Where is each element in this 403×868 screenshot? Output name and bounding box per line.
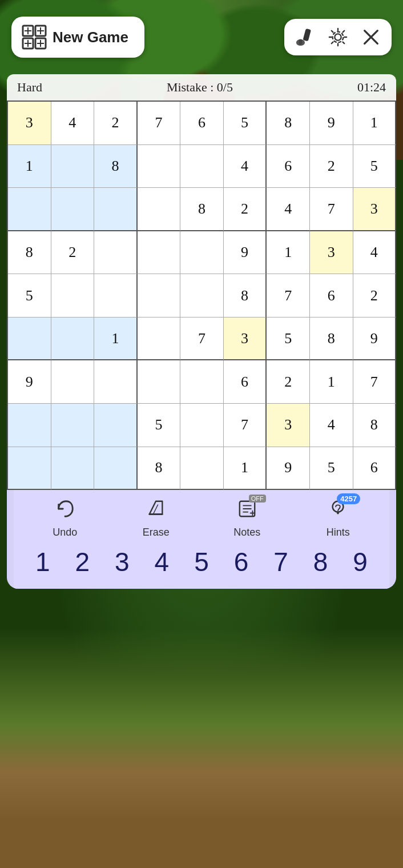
cell-r5-c0[interactable]: [8, 318, 51, 361]
cell-r0-c2[interactable]: 2: [94, 102, 138, 145]
cell-r5-c3[interactable]: [138, 318, 181, 361]
cell-r4-c1[interactable]: [51, 274, 95, 318]
cell-r6-c6[interactable]: 2: [267, 360, 310, 404]
cell-r3-c8[interactable]: 4: [353, 231, 397, 275]
erase-button[interactable]: Erase: [133, 499, 179, 539]
cell-r1-c1[interactable]: [51, 145, 95, 188]
cell-r8-c5[interactable]: 1: [224, 447, 267, 491]
cell-r0-c1[interactable]: 4: [51, 102, 95, 145]
cell-r8-c2[interactable]: [94, 447, 138, 491]
cell-r5-c4[interactable]: 7: [180, 318, 224, 361]
cell-r1-c8[interactable]: 5: [353, 145, 397, 188]
cell-r7-c7[interactable]: 4: [310, 404, 353, 447]
cell-r7-c4[interactable]: [180, 404, 224, 447]
cell-r7-c1[interactable]: [51, 404, 95, 447]
cell-r7-c0[interactable]: [8, 404, 51, 447]
cell-r7-c8[interactable]: 8: [353, 404, 397, 447]
cell-r3-c1[interactable]: 2: [51, 231, 95, 275]
cell-r1-c5[interactable]: 4: [224, 145, 267, 188]
numpad-6[interactable]: 6: [224, 546, 259, 577]
cell-r7-c3[interactable]: 5: [138, 404, 181, 447]
cell-r4-c0[interactable]: 5: [8, 274, 51, 318]
cell-r4-c5[interactable]: 8: [224, 274, 267, 318]
cell-r3-c4[interactable]: [180, 231, 224, 275]
cell-r4-c6[interactable]: 7: [267, 274, 310, 318]
numpad-8[interactable]: 8: [304, 546, 338, 577]
sudoku-grid[interactable]: 3427658911846258247382913458762173589962…: [7, 101, 396, 490]
cell-r1-c7[interactable]: 2: [310, 145, 353, 188]
brush-button[interactable]: [293, 26, 316, 49]
cell-r4-c3[interactable]: [138, 274, 181, 318]
numpad-4[interactable]: 4: [144, 546, 179, 577]
cell-r3-c0[interactable]: 8: [8, 231, 51, 275]
cell-r0-c4[interactable]: 6: [180, 102, 224, 145]
cell-r7-c6[interactable]: 3: [267, 404, 310, 447]
cell-r0-c8[interactable]: 1: [353, 102, 397, 145]
cell-r8-c6[interactable]: 9: [267, 447, 310, 491]
cell-r8-c8[interactable]: 6: [353, 447, 397, 491]
cell-r5-c2[interactable]: 1: [94, 318, 138, 361]
cell-r6-c0[interactable]: 9: [8, 360, 51, 404]
cell-r1-c2[interactable]: 8: [94, 145, 138, 188]
cell-r7-c2[interactable]: [94, 404, 138, 447]
cell-r4-c4[interactable]: [180, 274, 224, 318]
cell-r4-c8[interactable]: 2: [353, 274, 397, 318]
mistake-counter: Mistake : 0/5: [167, 80, 233, 95]
cell-r3-c5[interactable]: 9: [224, 231, 267, 275]
notes-button[interactable]: OFF Notes: [224, 499, 270, 539]
cell-r2-c4[interactable]: 8: [180, 188, 224, 231]
cell-r3-c6[interactable]: 1: [267, 231, 310, 275]
cell-r6-c1[interactable]: [51, 360, 95, 404]
cell-r6-c2[interactable]: [94, 360, 138, 404]
cell-r2-c0[interactable]: [8, 188, 51, 231]
cell-r0-c5[interactable]: 5: [224, 102, 267, 145]
close-button[interactable]: [360, 26, 382, 49]
cell-r0-c7[interactable]: 9: [310, 102, 353, 145]
cell-r0-c6[interactable]: 8: [267, 102, 310, 145]
cell-r6-c4[interactable]: [180, 360, 224, 404]
cell-r6-c5[interactable]: 6: [224, 360, 267, 404]
cell-r7-c5[interactable]: 7: [224, 404, 267, 447]
cell-r8-c3[interactable]: 8: [138, 447, 181, 491]
cell-r1-c3[interactable]: [138, 145, 181, 188]
cell-r6-c8[interactable]: 7: [353, 360, 397, 404]
hints-button[interactable]: 4257 Hints: [315, 499, 361, 539]
numpad-1[interactable]: 1: [26, 546, 60, 577]
cell-r2-c2[interactable]: [94, 188, 138, 231]
cell-r3-c2[interactable]: [94, 231, 138, 275]
cell-r4-c2[interactable]: [94, 274, 138, 318]
cell-r6-c3[interactable]: [138, 360, 181, 404]
cell-r0-c0[interactable]: 3: [8, 102, 51, 145]
cell-r2-c6[interactable]: 4: [267, 188, 310, 231]
cell-r1-c0[interactable]: 1: [8, 145, 51, 188]
cell-r3-c3[interactable]: [138, 231, 181, 275]
cell-r8-c0[interactable]: [8, 447, 51, 491]
cell-r2-c5[interactable]: 2: [224, 188, 267, 231]
numpad-5[interactable]: 5: [184, 546, 219, 577]
cell-r5-c7[interactable]: 8: [310, 318, 353, 361]
numpad-7[interactable]: 7: [264, 546, 298, 577]
cell-r2-c3[interactable]: [138, 188, 181, 231]
cell-r3-c7[interactable]: 3: [310, 231, 353, 275]
cell-r8-c7[interactable]: 5: [310, 447, 353, 491]
cell-r5-c1[interactable]: [51, 318, 95, 361]
cell-r5-c6[interactable]: 5: [267, 318, 310, 361]
cell-r2-c7[interactable]: 7: [310, 188, 353, 231]
numpad-9[interactable]: 9: [343, 546, 377, 577]
undo-button[interactable]: Undo: [42, 499, 88, 539]
numpad-3[interactable]: 3: [105, 546, 139, 577]
cell-r2-c8[interactable]: 3: [353, 188, 397, 231]
numpad-2[interactable]: 2: [65, 546, 99, 577]
cell-r8-c4[interactable]: [180, 447, 224, 491]
cell-r6-c7[interactable]: 1: [310, 360, 353, 404]
cell-r1-c4[interactable]: [180, 145, 224, 188]
new-game-button[interactable]: New Game: [11, 17, 144, 58]
cell-r8-c1[interactable]: [51, 447, 95, 491]
settings-button[interactable]: [327, 26, 349, 49]
cell-r4-c7[interactable]: 6: [310, 274, 353, 318]
cell-r2-c1[interactable]: [51, 188, 95, 231]
cell-r5-c8[interactable]: 9: [353, 318, 397, 361]
cell-r0-c3[interactable]: 7: [138, 102, 181, 145]
cell-r1-c6[interactable]: 6: [267, 145, 310, 188]
cell-r5-c5[interactable]: 3: [224, 318, 267, 361]
